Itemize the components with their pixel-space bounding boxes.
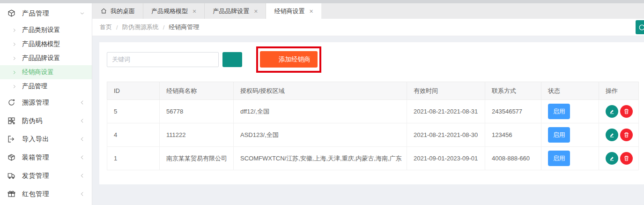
sidebar-section-装箱管理[interactable]: 装箱管理	[0, 148, 92, 167]
tab-label: 我的桌面	[111, 7, 135, 15]
cell-id: 1	[107, 147, 160, 170]
breadcrumb-separator: /	[163, 24, 165, 31]
edit-button[interactable]	[606, 129, 618, 141]
delete-button[interactable]	[620, 152, 633, 165]
table-row: 556778dff12/,全国2021-08-21-2021-08-312435…	[107, 100, 639, 123]
anticode-icon	[7, 116, 16, 125]
trash-icon	[623, 155, 630, 162]
sidebar-item-经销商设置[interactable]: 经销商设置	[0, 65, 92, 79]
tab-close-icon[interactable]: ×	[254, 8, 258, 15]
table-row: 4111222ASD123/,全国2021-08-21-2021-08-3012…	[107, 123, 639, 147]
cell-id: 5	[107, 100, 160, 123]
edit-button[interactable]	[606, 152, 618, 165]
add-dealer-wrap: 添加经销商	[260, 51, 318, 68]
tab-close-icon[interactable]: ×	[192, 8, 196, 15]
trace-icon	[7, 98, 16, 107]
keyword-input[interactable]	[107, 52, 219, 67]
cell-contact: 4008-888-660	[485, 147, 541, 170]
cell-valid: 2021-08-21-2021-08-31	[407, 100, 485, 123]
packing-icon	[7, 153, 16, 162]
sidebar-item-label: 产品类别设置	[22, 26, 60, 34]
sidebar-item-产品管理[interactable]: 产品管理	[0, 79, 92, 93]
window-top-strip	[0, 0, 644, 3]
sidebar-section-产品管理[interactable]: 产品管理	[0, 4, 92, 23]
status-enable-button[interactable]: 启用	[548, 104, 570, 119]
circle-icon	[638, 23, 644, 31]
shipping-icon	[7, 171, 16, 180]
sidebar-section-label: 导入导出	[22, 135, 79, 144]
tab-label: 经销商设置	[274, 7, 304, 15]
table-body: 556778dff12/,全国2021-08-21-2021-08-312435…	[107, 100, 639, 170]
chevron-left-icon	[79, 191, 85, 197]
breadcrumb-item-防伪溯源系统[interactable]: 防伪溯源系统	[122, 23, 159, 31]
sidebar-section-红包管理[interactable]: 红包管理	[0, 185, 92, 203]
chevron-right-icon	[12, 84, 17, 89]
pencil-icon	[608, 131, 615, 138]
chevron-left-icon	[79, 99, 85, 106]
breadcrumb: 首页/防伪溯源系统/经销商管理	[100, 23, 199, 31]
chevron-left-icon	[79, 173, 85, 179]
trash-icon	[623, 131, 630, 138]
tab-经销商设置[interactable]: 经销商设置×	[266, 3, 321, 19]
column-header-ID: ID	[107, 82, 160, 100]
dealer-card: 添加经销商 ID经销商名称授权码/授权区域有效时间联系方式状态操作 556778…	[99, 42, 644, 184]
sidebar-item-产品规格模型[interactable]: 产品规格模型	[0, 37, 92, 51]
chevron-down-icon	[79, 10, 85, 16]
cell-valid: 2021-08-21-2021-08-30	[407, 123, 485, 147]
add-dealer-label: 添加经销商	[279, 55, 311, 64]
breadcrumb-item-首页[interactable]: 首页	[100, 23, 112, 31]
sidebar-item-产品品牌设置[interactable]: 产品品牌设置	[0, 51, 92, 65]
chevron-right-icon	[12, 28, 17, 33]
pencil-icon	[608, 108, 615, 115]
sidebar-item-label: 产品规格模型	[22, 40, 60, 48]
chevron-left-icon	[79, 154, 85, 160]
sidebar-section-label: 产品管理	[22, 9, 79, 18]
plus-circle-icon	[267, 55, 275, 63]
tab-产品品牌设置[interactable]: 产品品牌设置×	[205, 3, 266, 19]
chevron-left-icon	[79, 136, 85, 142]
search-button[interactable]	[222, 52, 242, 67]
chevron-left-icon	[79, 118, 85, 124]
sidebar-item-label: 产品品牌设置	[22, 54, 60, 62]
sidebar-item-产品类别设置[interactable]: 产品类别设置	[0, 23, 92, 37]
column-header-联系方式: 联系方式	[485, 82, 541, 100]
sidebar-section-label: 防伪码	[22, 117, 79, 125]
table-row: 1南京某某贸易有限公司SCOMFWXTCN/江苏,安徽,上海,天津,重庆,内蒙古…	[107, 147, 639, 170]
chevron-right-icon	[12, 56, 17, 61]
status-enable-button[interactable]: 启用	[548, 151, 570, 166]
column-header-状态: 状态	[541, 82, 599, 100]
sidebar-section-溯源管理[interactable]: 溯源管理	[0, 93, 92, 112]
tab-label: 产品品牌设置	[213, 7, 249, 15]
dealer-table: ID经销商名称授权码/授权区域有效时间联系方式状态操作 556778dff12/…	[107, 82, 639, 170]
cell-status: 启用	[541, 100, 599, 123]
breadcrumb-item-经销商管理: 经销商管理	[169, 23, 199, 31]
cell-auth: SCOMFWXTCN/江苏,安徽,上海,天津,重庆,内蒙古,海南,广东	[234, 147, 407, 170]
add-dealer-button[interactable]: 添加经销商	[260, 51, 318, 68]
cell-name: 56778	[160, 100, 234, 123]
cell-actions	[599, 123, 639, 147]
tab-产品规格模型[interactable]: 产品规格模型×	[143, 3, 205, 19]
sidebar-section-导入导出[interactable]: 导入导出	[0, 130, 92, 148]
cell-contact: 123456	[485, 123, 541, 147]
sidebar-section-防伪码[interactable]: 防伪码	[0, 112, 92, 130]
toolbar: 添加经销商	[107, 51, 638, 68]
tab-close-icon[interactable]: ×	[309, 8, 313, 15]
table-header-row: ID经销商名称授权码/授权区域有效时间联系方式状态操作	[107, 82, 639, 100]
corner-action-button[interactable]	[636, 20, 644, 34]
breadcrumb-separator: /	[116, 24, 118, 31]
cell-auth: dff12/,全国	[234, 100, 407, 123]
status-enable-button[interactable]: 启用	[548, 127, 570, 143]
sidebar-section-发货管理[interactable]: 发货管理	[0, 167, 92, 185]
column-header-经销商名称: 经销商名称	[160, 82, 234, 100]
cell-auth: ASD123/,全国	[234, 123, 407, 147]
sidebar-item-label: 经销商设置	[22, 68, 54, 76]
product-icon	[7, 9, 16, 18]
column-header-操作: 操作	[599, 82, 639, 100]
sidebar-section-label: 发货管理	[22, 172, 79, 180]
delete-button[interactable]	[620, 105, 633, 118]
tab-我的桌面[interactable]: 我的桌面	[92, 3, 143, 19]
cell-status: 启用	[541, 147, 599, 170]
redpacket-icon	[7, 190, 16, 198]
edit-button[interactable]	[606, 105, 618, 118]
delete-button[interactable]	[620, 129, 633, 141]
